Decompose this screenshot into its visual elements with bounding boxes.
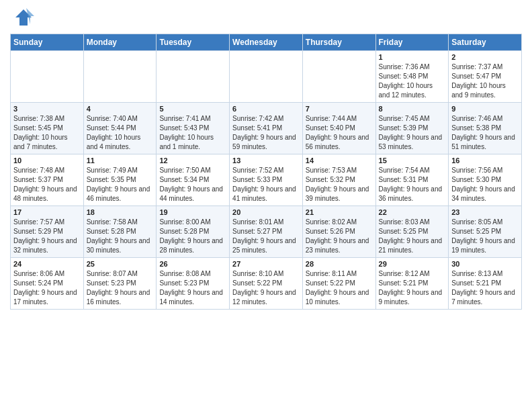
calendar-cell: 2Sunrise: 7:37 AM Sunset: 5:47 PM Daylig… [449, 51, 522, 103]
day-info: Sunrise: 8:13 AM Sunset: 5:21 PM Dayligh… [451, 269, 519, 307]
day-number: 29 [379, 260, 446, 268]
weekday-monday: Monday [83, 34, 157, 51]
day-info: Sunrise: 8:01 AM Sunset: 5:27 PM Dayligh… [232, 218, 300, 255]
day-number: 18 [87, 208, 154, 216]
day-number: 30 [451, 260, 519, 268]
day-info: Sunrise: 8:11 AM Sunset: 5:22 PM Dayligh… [306, 269, 373, 307]
calendar-body: 1Sunrise: 7:36 AM Sunset: 5:48 PM Daylig… [11, 51, 522, 310]
day-number: 2 [451, 53, 519, 61]
calendar-cell: 21Sunrise: 8:02 AM Sunset: 5:26 PM Dayli… [302, 206, 375, 258]
day-number: 25 [87, 260, 154, 268]
calendar-cell: 12Sunrise: 7:50 AM Sunset: 5:34 PM Dayli… [157, 154, 230, 206]
weekday-friday: Friday [375, 34, 449, 51]
day-number: 20 [232, 208, 300, 216]
calendar-cell: 20Sunrise: 8:01 AM Sunset: 5:27 PM Dayli… [230, 206, 303, 258]
weekday-wednesday: Wednesday [230, 34, 303, 51]
day-info: Sunrise: 7:56 AM Sunset: 5:30 PM Dayligh… [451, 166, 519, 203]
calendar-week-3: 10Sunrise: 7:48 AM Sunset: 5:37 PM Dayli… [11, 154, 522, 206]
day-number: 8 [379, 105, 446, 113]
day-info: Sunrise: 8:10 AM Sunset: 5:22 PM Dayligh… [232, 269, 300, 307]
logo [10, 7, 34, 28]
day-number: 7 [306, 105, 373, 113]
calendar-week-2: 3Sunrise: 7:38 AM Sunset: 5:45 PM Daylig… [11, 103, 522, 154]
calendar-cell: 1Sunrise: 7:36 AM Sunset: 5:48 PM Daylig… [375, 51, 449, 103]
day-info: Sunrise: 7:57 AM Sunset: 5:29 PM Dayligh… [13, 218, 81, 255]
day-info: Sunrise: 7:46 AM Sunset: 5:38 PM Dayligh… [451, 114, 519, 152]
calendar-cell: 25Sunrise: 8:07 AM Sunset: 5:23 PM Dayli… [83, 258, 157, 310]
day-number: 12 [159, 156, 226, 165]
calendar-cell [11, 51, 84, 103]
day-number: 22 [379, 208, 446, 216]
day-info: Sunrise: 7:41 AM Sunset: 5:43 PM Dayligh… [159, 114, 226, 152]
calendar-cell: 26Sunrise: 8:08 AM Sunset: 5:23 PM Dayli… [157, 258, 230, 310]
day-info: Sunrise: 7:52 AM Sunset: 5:33 PM Dayligh… [232, 166, 300, 203]
calendar-week-5: 24Sunrise: 8:06 AM Sunset: 5:24 PM Dayli… [11, 258, 522, 310]
calendar-cell: 11Sunrise: 7:49 AM Sunset: 5:35 PM Dayli… [83, 154, 157, 206]
day-number: 26 [159, 260, 226, 268]
day-info: Sunrise: 8:12 AM Sunset: 5:21 PM Dayligh… [379, 269, 446, 307]
day-number: 27 [232, 260, 300, 268]
calendar-cell: 19Sunrise: 8:00 AM Sunset: 5:28 PM Dayli… [157, 206, 230, 258]
calendar-cell: 10Sunrise: 7:48 AM Sunset: 5:37 PM Dayli… [11, 154, 84, 206]
day-info: Sunrise: 7:54 AM Sunset: 5:31 PM Dayligh… [379, 166, 446, 203]
weekday-sunday: Sunday [11, 34, 84, 51]
day-number: 23 [451, 208, 519, 216]
weekday-header-row: SundayMondayTuesdayWednesdayThursdayFrid… [11, 34, 522, 51]
day-info: Sunrise: 7:42 AM Sunset: 5:41 PM Dayligh… [232, 114, 300, 152]
day-number: 5 [159, 105, 226, 113]
calendar-cell: 30Sunrise: 8:13 AM Sunset: 5:21 PM Dayli… [449, 258, 522, 310]
day-info: Sunrise: 7:44 AM Sunset: 5:40 PM Dayligh… [306, 114, 373, 152]
day-info: Sunrise: 8:00 AM Sunset: 5:28 PM Dayligh… [159, 218, 226, 255]
day-number: 19 [159, 208, 226, 216]
weekday-saturday: Saturday [449, 34, 522, 51]
weekday-tuesday: Tuesday [157, 34, 230, 51]
day-number: 15 [379, 156, 446, 165]
day-number: 4 [87, 105, 154, 113]
calendar-cell: 3Sunrise: 7:38 AM Sunset: 5:45 PM Daylig… [11, 103, 84, 154]
day-info: Sunrise: 7:50 AM Sunset: 5:34 PM Dayligh… [159, 166, 226, 203]
day-number: 16 [451, 156, 519, 165]
calendar-cell: 23Sunrise: 8:05 AM Sunset: 5:25 PM Dayli… [449, 206, 522, 258]
day-number: 13 [232, 156, 300, 165]
logo-icon [13, 7, 34, 28]
calendar-cell: 4Sunrise: 7:40 AM Sunset: 5:44 PM Daylig… [83, 103, 157, 154]
calendar-cell: 13Sunrise: 7:52 AM Sunset: 5:33 PM Dayli… [230, 154, 303, 206]
logo-text [10, 7, 34, 28]
header [10, 7, 522, 28]
day-info: Sunrise: 7:45 AM Sunset: 5:39 PM Dayligh… [379, 114, 446, 152]
calendar-cell: 27Sunrise: 8:10 AM Sunset: 5:22 PM Dayli… [230, 258, 303, 310]
day-info: Sunrise: 8:03 AM Sunset: 5:25 PM Dayligh… [379, 218, 446, 255]
calendar-cell: 29Sunrise: 8:12 AM Sunset: 5:21 PM Dayli… [375, 258, 449, 310]
calendar-page: SundayMondayTuesdayWednesdayThursdayFrid… [0, 0, 532, 316]
day-info: Sunrise: 8:02 AM Sunset: 5:26 PM Dayligh… [306, 218, 373, 255]
calendar-week-1: 1Sunrise: 7:36 AM Sunset: 5:48 PM Daylig… [11, 51, 522, 103]
day-number: 24 [13, 260, 81, 268]
calendar-cell [83, 51, 157, 103]
day-info: Sunrise: 8:06 AM Sunset: 5:24 PM Dayligh… [13, 269, 81, 307]
weekday-thursday: Thursday [302, 34, 375, 51]
day-number: 1 [379, 53, 446, 61]
day-info: Sunrise: 8:08 AM Sunset: 5:23 PM Dayligh… [159, 269, 226, 307]
day-number: 10 [13, 156, 81, 165]
calendar-cell: 28Sunrise: 8:11 AM Sunset: 5:22 PM Dayli… [302, 258, 375, 310]
calendar-cell [302, 51, 375, 103]
day-info: Sunrise: 8:05 AM Sunset: 5:25 PM Dayligh… [451, 218, 519, 255]
calendar-cell: 18Sunrise: 7:58 AM Sunset: 5:28 PM Dayli… [83, 206, 157, 258]
day-info: Sunrise: 7:53 AM Sunset: 5:32 PM Dayligh… [306, 166, 373, 203]
calendar-cell: 5Sunrise: 7:41 AM Sunset: 5:43 PM Daylig… [157, 103, 230, 154]
calendar-cell: 6Sunrise: 7:42 AM Sunset: 5:41 PM Daylig… [230, 103, 303, 154]
day-number: 9 [451, 105, 519, 113]
calendar-cell: 24Sunrise: 8:06 AM Sunset: 5:24 PM Dayli… [11, 258, 84, 310]
day-info: Sunrise: 7:48 AM Sunset: 5:37 PM Dayligh… [13, 166, 81, 203]
day-info: Sunrise: 7:40 AM Sunset: 5:44 PM Dayligh… [87, 114, 154, 152]
day-info: Sunrise: 7:49 AM Sunset: 5:35 PM Dayligh… [87, 166, 154, 203]
calendar-header: SundayMondayTuesdayWednesdayThursdayFrid… [11, 34, 522, 51]
calendar-cell: 8Sunrise: 7:45 AM Sunset: 5:39 PM Daylig… [375, 103, 449, 154]
day-info: Sunrise: 7:37 AM Sunset: 5:47 PM Dayligh… [451, 62, 519, 100]
day-number: 14 [306, 156, 373, 165]
calendar-cell: 17Sunrise: 7:57 AM Sunset: 5:29 PM Dayli… [11, 206, 84, 258]
day-number: 11 [87, 156, 154, 165]
calendar-cell [230, 51, 303, 103]
day-info: Sunrise: 7:36 AM Sunset: 5:48 PM Dayligh… [379, 62, 446, 100]
day-number: 28 [306, 260, 373, 268]
